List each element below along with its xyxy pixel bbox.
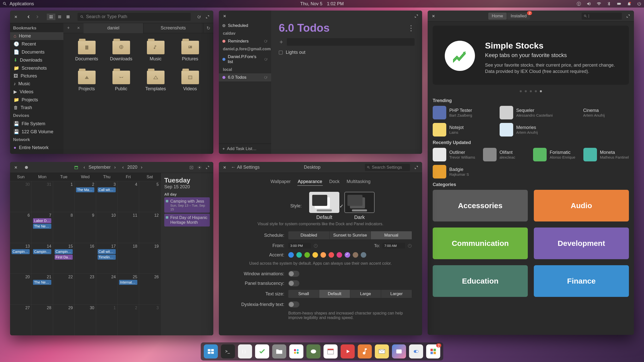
add-task-list-button[interactable]: +Add Task List…: [219, 144, 271, 154]
new-todo-input[interactable]: [287, 38, 415, 46]
sidebar-item-connect[interactable]: ⇄Connect Server: [10, 152, 63, 154]
style-default[interactable]: Default: [309, 192, 339, 220]
folder-music[interactable]: Music: [138, 41, 173, 62]
more-icon[interactable]: ⋮: [408, 24, 415, 32]
sidebar-item-pictures[interactable]: 🖼Pictures: [10, 72, 63, 80]
app-tile[interactable]: Olifantalexcleac: [483, 148, 529, 161]
category-communication[interactable]: Communication: [433, 228, 528, 259]
add-todo-button[interactable]: +: [279, 38, 284, 46]
to-time[interactable]: [382, 243, 405, 249]
calendar-cell[interactable]: 27: [10, 305, 31, 335]
next-month-button[interactable]: ›: [112, 164, 118, 171]
calendar-cell[interactable]: 3Call with …: [96, 181, 117, 212]
sidebar-item-volume[interactable]: 💾122 GB Volume: [10, 128, 63, 136]
textsize-large[interactable]: Large: [350, 290, 381, 298]
dock-appcenter[interactable]: 2: [426, 344, 440, 358]
dock-youtube[interactable]: [341, 344, 355, 358]
close-button[interactable]: [430, 13, 437, 19]
tab-appearance[interactable]: Appearance: [297, 178, 323, 186]
prev-year-button[interactable]: ‹: [120, 164, 126, 171]
calendar-cell[interactable]: 12: [139, 212, 160, 243]
calendar-cell[interactable]: 17Call with …Timeline …: [96, 243, 117, 274]
forward-button[interactable]: [34, 14, 41, 20]
dock-photos[interactable]: [392, 344, 406, 358]
category-education[interactable]: Education: [433, 265, 528, 297]
tab-daniel[interactable]: daniel: [84, 23, 143, 33]
tab-screenshots[interactable]: Screenshots: [143, 23, 203, 33]
folder-templates[interactable]: Templates: [138, 71, 173, 92]
calendar-cell[interactable]: 28: [31, 305, 53, 335]
tab-history-button[interactable]: ↻: [203, 23, 213, 33]
menu-button[interactable]: [196, 164, 203, 171]
sidebar-item-home[interactable]: ⌂Home: [10, 32, 63, 40]
calendar-cell[interactable]: 21The New …: [31, 274, 53, 304]
calendar-cell[interactable]: 18: [117, 243, 139, 274]
sidebar-item-downloads[interactable]: ⬇Downloads: [10, 56, 63, 64]
close-button[interactable]: [221, 164, 228, 171]
accent-color[interactable]: [312, 252, 318, 258]
calendar-cell[interactable]: 11: [117, 212, 139, 243]
accent-color[interactable]: [337, 252, 342, 258]
tab-wallpaper[interactable]: Wallpaper: [270, 178, 291, 186]
calendar-cell[interactable]: 2The Man…: [74, 181, 96, 212]
app-tile[interactable]: SequelerAlessandro Castellani: [500, 106, 562, 119]
dock-code[interactable]: { }: [238, 344, 252, 358]
calendar-cell[interactable]: 7Labor DayThe New …: [31, 212, 53, 243]
calendar-cell[interactable]: 10: [96, 212, 117, 243]
schedule-sunset[interactable]: Sunset to Sunrise: [330, 231, 371, 239]
calendar-cell[interactable]: 30: [74, 305, 96, 335]
app-tile[interactable]: ForismaticAlonso Enrique: [533, 148, 579, 161]
sidebar-item-documents[interactable]: 📄Documents: [10, 48, 63, 56]
volume-icon[interactable]: [587, 2, 591, 6]
sidebar-item-videos[interactable]: ▶Videos: [10, 88, 63, 96]
list-reminders[interactable]: Reminders: [219, 37, 271, 45]
app-tile[interactable]: CinemaArtem Anufrij: [567, 106, 629, 119]
sidebar-item-projects[interactable]: 📁Projects: [10, 96, 63, 104]
power-icon[interactable]: [637, 2, 641, 6]
app-tile[interactable]: NotejotLains: [433, 123, 495, 137]
calendar-cell[interactable]: 29: [53, 305, 74, 335]
folder-projects[interactable]: Projects: [69, 71, 104, 92]
folder-videos[interactable]: Videos: [173, 71, 207, 92]
maximize-button[interactable]: [413, 13, 420, 19]
accent-color[interactable]: [329, 252, 334, 258]
accent-color[interactable]: [304, 252, 310, 258]
new-tab-button[interactable]: +: [63, 23, 73, 33]
textsize-small[interactable]: Small: [288, 290, 319, 298]
calendar-cell[interactable]: 4: [117, 181, 139, 212]
accessibility-icon[interactable]: [577, 2, 581, 6]
calendar-cell[interactable]: 20: [10, 274, 31, 304]
tab-dock[interactable]: Dock: [329, 178, 340, 186]
calendar-cell[interactable]: 23: [74, 274, 96, 304]
folder-public[interactable]: Public: [104, 71, 138, 92]
panel-toggle[interactable]: [288, 280, 299, 286]
prev-month-button[interactable]: ‹: [81, 164, 88, 171]
calendar-cell[interactable]: 14Camping …: [31, 243, 53, 274]
close-button[interactable]: [13, 164, 19, 171]
back-button[interactable]: [25, 14, 32, 20]
app-tile[interactable]: MonetaMatheus Fantinel: [583, 148, 629, 161]
dock-slack[interactable]: [289, 344, 303, 358]
tab-installed[interactable]: Installed2: [507, 13, 530, 20]
hero-pager[interactable]: [433, 88, 629, 94]
dock-music[interactable]: [358, 344, 372, 358]
accent-color[interactable]: [296, 252, 302, 258]
calendar-cell[interactable]: 1: [53, 181, 74, 212]
today-button[interactable]: [73, 164, 79, 171]
textsize-default[interactable]: Default: [319, 290, 350, 298]
category-development[interactable]: Development: [534, 228, 629, 259]
calendar-cell[interactable]: 8: [53, 212, 74, 243]
agenda-event[interactable]: Camping with JessSun, Sep 13 – Tue, Sep …: [164, 197, 210, 213]
maximize-button[interactable]: [204, 14, 211, 20]
app-tile[interactable]: MemoriesArtem Anufrij: [500, 123, 562, 137]
all-settings-button[interactable]: ←All Settings: [231, 165, 260, 170]
view-list-button[interactable]: [55, 14, 64, 20]
category-audio[interactable]: Audio: [534, 190, 629, 221]
close-button[interactable]: [13, 14, 19, 20]
tab-multitasking[interactable]: Multitasking: [346, 178, 371, 186]
accent-color[interactable]: [361, 252, 366, 258]
reload-button[interactable]: [196, 14, 202, 20]
accent-color[interactable]: [320, 252, 326, 258]
sidebar-item-filesystem[interactable]: 💾File System: [10, 120, 63, 128]
list-6todos[interactable]: 6.0 Todos: [219, 73, 271, 81]
